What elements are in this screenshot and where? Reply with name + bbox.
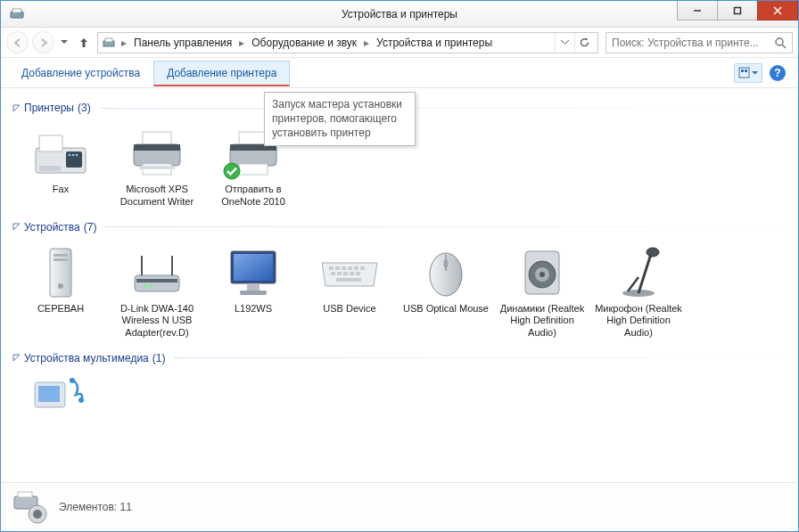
- tooltip: Запуск мастера установки принтеров, помо…: [264, 92, 416, 146]
- status-label: Элементов:: [59, 501, 117, 513]
- svg-rect-55: [356, 272, 360, 275]
- svg-rect-42: [234, 254, 273, 281]
- keyboard-icon: [317, 244, 382, 301]
- svg-point-63: [540, 272, 545, 277]
- navigation-bar: ▸ Панель управления ▸ Оборудование и зву…: [1, 28, 798, 58]
- svg-rect-45: [329, 266, 334, 270]
- svg-rect-29: [239, 164, 268, 175]
- svg-point-59: [444, 259, 449, 268]
- refresh-button[interactable]: [574, 33, 594, 53]
- media-device-item[interactable]: [12, 370, 109, 418]
- item-label: Динамики (Realtek High Definition Audio): [496, 303, 589, 340]
- breadcrumb[interactable]: Панель управления: [128, 33, 237, 53]
- printer-item[interactable]: Fax: [12, 119, 109, 214]
- svg-point-70: [70, 378, 75, 383]
- section-count: (3): [78, 102, 91, 114]
- svg-line-65: [638, 254, 651, 293]
- collapse-icon: [12, 104, 21, 112]
- svg-rect-33: [54, 258, 68, 261]
- status-text: Элементов: 11: [59, 501, 132, 513]
- item-label: USB Device: [323, 303, 375, 315]
- svg-point-18: [69, 154, 71, 157]
- svg-rect-53: [343, 272, 348, 275]
- item-label: USB Optical Mouse: [403, 303, 489, 315]
- svg-rect-69: [38, 386, 60, 402]
- svg-rect-73: [18, 492, 32, 497]
- device-item[interactable]: Динамики (Realtek High Definition Audio): [494, 239, 590, 345]
- add-printer-button[interactable]: Добавление принтера: [153, 61, 290, 86]
- svg-rect-17: [39, 166, 61, 171]
- item-label: D-Link DWA-140 Wireless N USB Adapter(re…: [111, 303, 203, 340]
- svg-rect-44: [240, 291, 267, 295]
- chevron-right-icon[interactable]: ▸: [119, 37, 128, 49]
- section-count: (1): [152, 352, 166, 364]
- back-button[interactable]: [6, 31, 29, 53]
- minimize-button[interactable]: [677, 1, 718, 20]
- section-count: (7): [84, 221, 97, 233]
- svg-rect-11: [739, 68, 749, 78]
- item-label: СЕРЕВАН: [37, 303, 84, 315]
- chevron-right-icon[interactable]: ▸: [237, 37, 246, 49]
- mouse-icon: [414, 244, 478, 301]
- svg-rect-4: [735, 7, 741, 13]
- breadcrumb[interactable]: Устройства и принтеры: [371, 33, 498, 53]
- close-button[interactable]: [757, 1, 798, 20]
- svg-point-66: [647, 248, 659, 257]
- section-title: Устройства: [24, 221, 80, 233]
- svg-point-39: [144, 284, 147, 287]
- section-header-media[interactable]: Устройства мультимедиа (1): [12, 352, 787, 364]
- search-icon[interactable]: [774, 37, 787, 49]
- svg-rect-54: [350, 272, 354, 275]
- address-dropdown[interactable]: [555, 33, 574, 53]
- computer-tower-icon: [29, 244, 93, 301]
- search-input[interactable]: [612, 37, 774, 49]
- svg-point-30: [224, 163, 240, 179]
- section-header-devices[interactable]: Устройства (7): [12, 221, 787, 233]
- collapse-icon: [12, 354, 21, 362]
- view-options-button[interactable]: [734, 63, 762, 83]
- svg-rect-47: [342, 266, 346, 270]
- help-button[interactable]: ?: [770, 65, 786, 81]
- forward-button[interactable]: [32, 31, 54, 53]
- svg-rect-8: [105, 38, 112, 42]
- device-item[interactable]: USB Optical Mouse: [398, 239, 494, 345]
- speaker-icon: [510, 244, 574, 301]
- device-item[interactable]: СЕРЕВАН: [12, 239, 109, 345]
- svg-rect-23: [134, 144, 180, 151]
- address-bar[interactable]: ▸ Панель управления ▸ Оборудование и зву…: [97, 32, 598, 53]
- svg-rect-49: [354, 266, 358, 270]
- svg-rect-56: [336, 278, 361, 282]
- section-title: Принтеры: [24, 102, 74, 114]
- search-box[interactable]: [605, 32, 793, 53]
- svg-point-19: [72, 154, 75, 157]
- svg-point-40: [150, 284, 152, 287]
- title-bar: Устройства и принтеры: [1, 1, 798, 28]
- add-device-button[interactable]: Добавление устройства: [8, 61, 153, 85]
- chevron-right-icon[interactable]: ▸: [362, 37, 371, 49]
- printer-icon: [125, 125, 189, 182]
- svg-rect-50: [360, 266, 365, 270]
- devices-icon: [102, 35, 118, 51]
- svg-rect-48: [348, 266, 352, 270]
- content-area: Принтеры (3) Fax Microsoft XPS Document …: [2, 89, 797, 481]
- device-item[interactable]: D-Link DWA-140 Wireless N USB Adapter(re…: [109, 239, 205, 345]
- svg-rect-35: [135, 275, 179, 291]
- device-item[interactable]: USB Device: [301, 239, 398, 345]
- history-dropdown[interactable]: [58, 40, 70, 45]
- router-icon: [125, 244, 189, 301]
- device-item[interactable]: Микрофон (Realtek High Definition Audio): [590, 239, 687, 345]
- svg-point-20: [76, 154, 78, 157]
- status-category-icon: [11, 487, 50, 527]
- device-item[interactable]: L192WS: [205, 239, 301, 345]
- svg-rect-12: [741, 70, 744, 72]
- breadcrumb[interactable]: Оборудование и звук: [246, 33, 362, 53]
- up-button[interactable]: [74, 33, 94, 53]
- printer-item[interactable]: Microsoft XPS Document Writer: [109, 119, 205, 214]
- svg-line-67: [628, 277, 638, 291]
- maximize-button[interactable]: [717, 1, 758, 20]
- status-count: 11: [120, 501, 132, 513]
- svg-point-71: [78, 397, 84, 403]
- section-title: Устройства мультимедиа: [24, 352, 149, 364]
- svg-rect-32: [54, 254, 68, 257]
- svg-point-9: [776, 38, 783, 45]
